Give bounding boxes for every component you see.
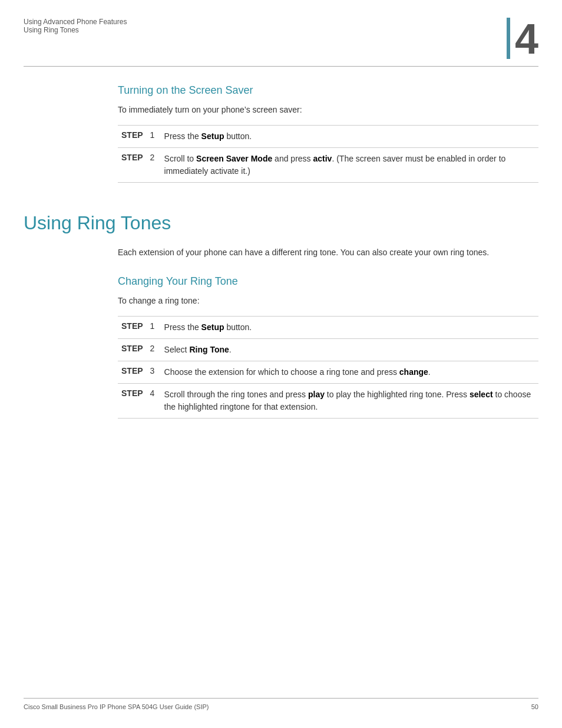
changing-ring-tone-intro: To change a ring tone:: [118, 296, 538, 305]
step-label: STEP: [118, 384, 147, 419]
table-row: STEP 1 Press the Setup button.: [118, 126, 538, 148]
breadcrumb-line1: Using Advanced Phone Features: [24, 18, 127, 26]
header-rule: [24, 66, 538, 67]
ring-tone-steps-table: STEP 1 Press the Setup button. STEP 2 Se…: [118, 316, 538, 419]
step-label: STEP: [118, 126, 147, 148]
ring-tones-intro: Each extension of your phone can have a …: [118, 246, 538, 259]
step-number: 4: [147, 384, 161, 419]
footer: Cisco Small Business Pro IP Phone SPA 50…: [24, 698, 538, 710]
step-number: 3: [147, 361, 161, 384]
content: Turning on the Screen Saver To immediate…: [0, 84, 562, 419]
page-wrapper: Using Advanced Phone Features Using Ring…: [0, 0, 562, 728]
step-content: Press the Setup button.: [161, 126, 538, 148]
ring-tones-title: Using Ring Tones: [24, 212, 538, 234]
step-label: STEP: [118, 317, 147, 339]
chapter-bar: [507, 18, 510, 59]
screensaver-title: Turning on the Screen Saver: [118, 84, 538, 97]
step-number: 2: [147, 339, 161, 361]
table-row: STEP 1 Press the Setup button.: [118, 317, 538, 339]
section-screensaver: Turning on the Screen Saver To immediate…: [24, 84, 538, 183]
step-content: Scroll to Screen Saver Mode and press ac…: [161, 148, 538, 183]
step-label: STEP: [118, 361, 147, 384]
chapter-number: 4: [515, 18, 538, 60]
footer-page-number: 50: [531, 703, 538, 710]
step-number: 1: [147, 126, 161, 148]
step-label: STEP: [118, 148, 147, 183]
section-ring-tones: Using Ring Tones Each extension of your …: [24, 212, 538, 419]
ring-tones-content: Each extension of your phone can have a …: [24, 246, 538, 419]
breadcrumb: Using Advanced Phone Features Using Ring…: [24, 18, 127, 34]
footer-text: Cisco Small Business Pro IP Phone SPA 50…: [24, 703, 209, 710]
table-row: STEP 3 Choose the extension for which to…: [118, 361, 538, 384]
table-row: STEP 2 Scroll to Screen Saver Mode and p…: [118, 148, 538, 183]
chapter-number-block: 4: [507, 18, 538, 60]
changing-ring-tone-title: Changing Your Ring Tone: [118, 275, 538, 288]
step-content: Press the Setup button.: [161, 317, 538, 339]
breadcrumb-line2: Using Ring Tones: [24, 26, 127, 34]
screensaver-intro: To immediately turn on your phone’s scre…: [118, 105, 538, 114]
step-content: Select Ring Tone.: [161, 339, 538, 361]
step-number: 2: [147, 148, 161, 183]
table-row: STEP 2 Select Ring Tone.: [118, 339, 538, 361]
table-row: STEP 4 Scroll through the ring tones and…: [118, 384, 538, 419]
header: Using Advanced Phone Features Using Ring…: [0, 0, 562, 60]
step-label: STEP: [118, 339, 147, 361]
screensaver-steps-table: STEP 1 Press the Setup button. STEP 2 Sc…: [118, 125, 538, 183]
step-content: Scroll through the ring tones and press …: [161, 384, 538, 419]
step-number: 1: [147, 317, 161, 339]
step-content: Choose the extension for which to choose…: [161, 361, 538, 384]
